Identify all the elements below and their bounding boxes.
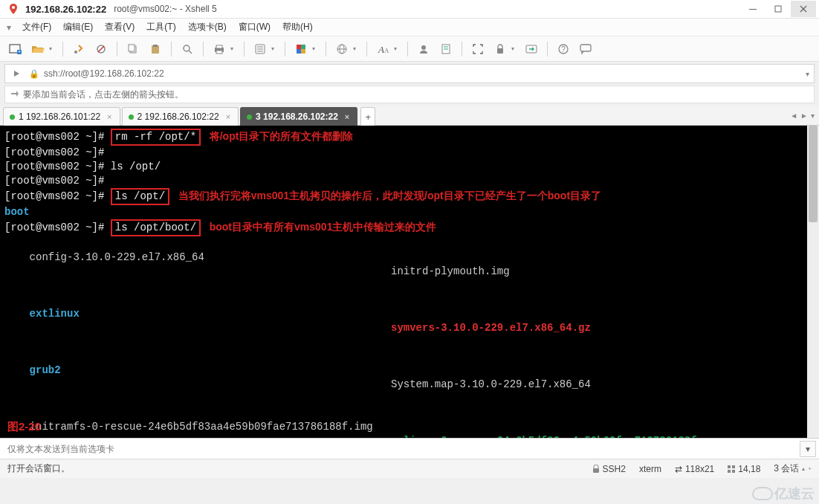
menu-file[interactable]: 文件(F) xyxy=(22,21,51,33)
menu-help[interactable]: 帮助(H) xyxy=(282,21,313,33)
tab-next-icon[interactable]: ► xyxy=(800,112,808,120)
info-text: 要添加当前会话，点击左侧的箭头按钮。 xyxy=(23,88,184,101)
annotation-1 xyxy=(201,130,210,142)
new-session-icon[interactable]: + xyxy=(6,39,25,59)
dropdown-icon[interactable]: ▾ xyxy=(353,45,360,52)
color-scheme-icon[interactable] xyxy=(291,39,311,59)
svg-rect-18 xyxy=(216,45,222,48)
dropdown-icon[interactable]: ▾ xyxy=(271,45,279,52)
dropdown-icon[interactable]: ▾ xyxy=(49,45,56,52)
dropdown-icon[interactable]: ▾ xyxy=(230,45,238,52)
app-logo-icon xyxy=(7,3,19,15)
font-icon[interactable]: AA xyxy=(373,39,392,59)
svg-text:?: ? xyxy=(561,45,566,54)
globe-icon[interactable] xyxy=(332,39,352,59)
close-button[interactable] xyxy=(791,1,816,17)
tab-list-icon[interactable]: ▾ xyxy=(811,112,815,120)
lock-icon[interactable] xyxy=(491,39,510,59)
address-url[interactable]: ssh://root@192.168.26.102:22 xyxy=(44,68,806,79)
command-ls: ls /opt/ xyxy=(111,161,161,172)
svg-rect-12 xyxy=(129,45,135,51)
tab-close-icon[interactable]: × xyxy=(226,112,230,121)
status-size: ⇄ 118x21 xyxy=(675,464,714,474)
paste-icon[interactable] xyxy=(146,39,165,59)
toolbar: + ▾ ▾ ▾ ▾ ▾ AA ▾ ▾ ? xyxy=(0,36,819,62)
print-icon[interactable] xyxy=(210,39,229,59)
add-session-arrow-icon[interactable] xyxy=(10,66,25,81)
session-tab-3[interactable]: 3 192.168.26.102:22 × xyxy=(240,107,357,126)
info-arrow-icon[interactable] xyxy=(10,89,23,100)
reconnect-icon[interactable] xyxy=(69,39,88,59)
prompt: [root@vms002 ~]# xyxy=(4,161,111,172)
new-tab-button[interactable]: + xyxy=(360,107,375,126)
annotation-1-text: 将/opt目录下的所有文件都删除 xyxy=(210,130,354,142)
maximize-button[interactable] xyxy=(765,1,791,17)
svg-rect-14 xyxy=(153,45,158,47)
menu-view[interactable]: 查看(V) xyxy=(105,21,135,33)
terminal-scrollbar[interactable] xyxy=(807,126,819,438)
tab-bar: 1 192.168.26.101:22 × 2 192.168.26.102:2… xyxy=(0,106,819,126)
svg-text:+: + xyxy=(18,49,21,54)
properties-icon[interactable] xyxy=(250,39,270,59)
svg-rect-44 xyxy=(732,465,735,468)
menu-window[interactable]: 窗口(W) xyxy=(239,21,271,33)
menu-dropdown-icon[interactable]: ▾ xyxy=(4,22,13,33)
separator xyxy=(117,42,117,56)
disconnect-icon[interactable] xyxy=(91,39,111,59)
titlebar: 192.168.26.102:22 root@vms002:~ - Xshell… xyxy=(0,0,819,19)
scrollbar-thumb[interactable] xyxy=(809,126,818,222)
lock-small-icon: 🔒 xyxy=(29,69,39,79)
send-mode-dropdown[interactable]: ▾ xyxy=(800,441,816,457)
tab-label: 3 192.168.26.102:22 xyxy=(256,112,338,122)
copy-icon[interactable] xyxy=(123,39,143,59)
send-input[interactable] xyxy=(3,441,800,457)
dropdown-icon[interactable]: ▾ xyxy=(511,45,519,52)
menu-tabs[interactable]: 选项卡(B) xyxy=(188,21,227,33)
session-tab-2[interactable]: 2 192.168.26.102:22 × xyxy=(122,107,239,126)
highlighted-command-3: ls /opt/boot/ xyxy=(111,219,201,236)
svg-rect-26 xyxy=(297,49,301,54)
terminal[interactable]: [root@vms002 ~]# rm -rf /opt/* 将/opt目录下的… xyxy=(0,126,819,438)
file-systemmap: System.map-3.10.0-229.el7.x86_64 xyxy=(391,378,591,392)
script-icon[interactable] xyxy=(436,39,456,59)
svg-rect-1 xyxy=(749,9,757,10)
dropdown-icon[interactable]: ▾ xyxy=(394,45,401,52)
watermark-logo: 亿速云 xyxy=(752,485,815,503)
svg-rect-27 xyxy=(301,49,305,54)
svg-line-10 xyxy=(98,46,104,52)
separator xyxy=(326,42,326,56)
tab-close-icon[interactable]: × xyxy=(107,112,111,121)
tab-prev-icon[interactable]: ◄ xyxy=(790,112,797,120)
svg-rect-25 xyxy=(301,45,305,49)
separator xyxy=(285,42,285,56)
session-tab-1[interactable]: 1 192.168.26.101:22 × xyxy=(3,107,120,126)
tab-nav: ◄ ► ▾ xyxy=(786,106,819,125)
window-subtitle: root@vms002:~ - Xshell 5 xyxy=(114,4,217,14)
svg-rect-43 xyxy=(728,465,731,468)
annotation-2-text: 当我们执行完将vms001主机拷贝的操作后，此时发现/opt目录下已经产生了一个… xyxy=(178,190,601,201)
tab-close-icon[interactable]: × xyxy=(345,112,349,121)
user-icon[interactable] xyxy=(414,39,433,59)
help-icon[interactable]: ? xyxy=(554,39,573,59)
separator xyxy=(547,42,548,56)
highlighted-command-1: rm -rf /opt/* xyxy=(111,129,201,146)
svg-point-33 xyxy=(421,45,426,50)
menu-edit[interactable]: 编辑(E) xyxy=(63,21,93,33)
transfer-icon[interactable] xyxy=(522,39,541,59)
file-extlinux: extlinux xyxy=(30,308,80,320)
status-sessions[interactable]: 3 会话 ▴ + xyxy=(774,462,812,475)
status-message: 打开会话窗口。 xyxy=(7,462,70,475)
separator xyxy=(366,42,367,56)
dropdown-icon[interactable]: ▾ xyxy=(312,45,320,52)
separator xyxy=(407,42,408,56)
cloud-icon xyxy=(752,487,773,500)
fullscreen-icon[interactable] xyxy=(468,39,488,59)
minimize-button[interactable] xyxy=(740,1,765,17)
chevron-down-icon: ▴ xyxy=(802,465,805,472)
svg-point-0 xyxy=(12,6,15,9)
menu-tools[interactable]: 工具(T) xyxy=(146,21,175,33)
open-session-icon[interactable] xyxy=(28,39,48,59)
find-icon[interactable] xyxy=(178,39,197,59)
chat-icon[interactable] xyxy=(576,39,595,59)
address-dropdown-icon[interactable]: ▾ xyxy=(806,70,809,78)
